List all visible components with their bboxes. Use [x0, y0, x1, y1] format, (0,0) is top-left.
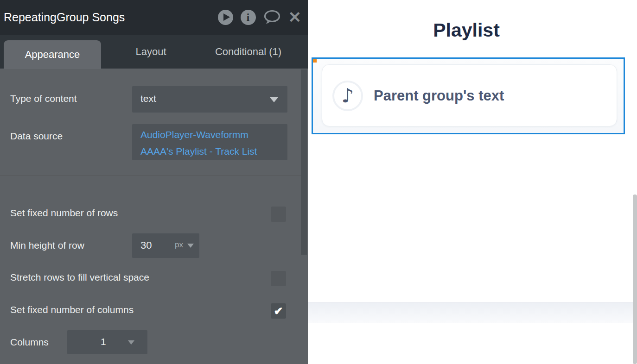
song-row-card[interactable]: ♪ Parent group's text — [322, 64, 617, 126]
panel-title: RepeatingGroup Songs — [4, 0, 125, 35]
stretch-rows-checkbox[interactable] — [271, 271, 286, 286]
panel-tabbar: Appearance Layout Conditional (1) — [0, 35, 308, 69]
data-source-line1: AudioPlayer-Waveformm — [140, 126, 287, 143]
data-source-line2: AAAA's Playlist - Track List — [140, 143, 287, 160]
min-height-label: Min height of row — [10, 240, 84, 251]
tab-conditional[interactable]: Conditional (1) — [201, 35, 296, 69]
set-fixed-columns-checkbox[interactable]: ✔ — [271, 303, 286, 319]
chevron-down-icon — [270, 97, 278, 102]
close-icon[interactable]: ✕ — [288, 10, 302, 25]
titlebar-icons: i ✕ — [218, 0, 302, 35]
check-icon: ✔ — [274, 305, 283, 317]
property-editor-panel: RepeatingGroup Songs i ✕ Appearance Layo… — [0, 0, 308, 364]
tab-layout[interactable]: Layout — [115, 35, 187, 69]
min-height-value: 30 — [140, 239, 152, 251]
page-section-band — [308, 302, 637, 323]
repeating-group-selection[interactable]: ♪ Parent group's text — [312, 57, 625, 134]
set-fixed-rows-label: Set fixed number of rows — [10, 207, 118, 219]
columns-label: Columns — [10, 337, 49, 348]
music-note-circle: ♪ — [332, 81, 363, 111]
type-of-content-dropdown[interactable]: text — [132, 86, 287, 113]
page-title: Playlist — [308, 19, 625, 41]
panel-scrollbar[interactable] — [301, 69, 307, 255]
type-of-content-label: Type of content — [10, 93, 77, 104]
set-fixed-columns-label: Set fixed number of columns — [10, 304, 134, 315]
columns-value: 1 — [101, 336, 106, 347]
columns-chevron-down-icon — [128, 340, 134, 345]
panel-titlebar: RepeatingGroup Songs i ✕ — [0, 0, 308, 35]
design-canvas: Playlist ♪ Parent group's text — [308, 0, 637, 364]
preview-play-icon[interactable] — [218, 10, 233, 25]
min-height-unit: px — [175, 240, 183, 250]
stretch-rows-label: Stretch rows to fill vertical space — [10, 272, 149, 283]
canvas-scrollbar[interactable] — [633, 195, 637, 364]
columns-dropdown[interactable]: 1 — [67, 330, 147, 354]
play-triangle-icon — [223, 13, 230, 21]
music-note-icon: ♪ — [342, 86, 354, 106]
unit-chevron-down-icon[interactable] — [187, 244, 194, 248]
min-height-input[interactable]: 30 px — [132, 233, 199, 258]
set-fixed-rows-checkbox[interactable] — [271, 207, 286, 222]
data-source-expression[interactable]: AudioPlayer-Waveformm AAAA's Playlist - … — [132, 124, 287, 160]
comment-icon[interactable] — [263, 10, 281, 25]
section-divider — [0, 175, 301, 176]
tab-appearance[interactable]: Appearance — [4, 40, 101, 69]
type-of-content-value: text — [140, 93, 156, 104]
bubble-editor: RepeatingGroup Songs i ✕ Appearance Layo… — [0, 0, 637, 364]
info-glyph: i — [241, 12, 256, 24]
song-row-text: Parent group's text — [374, 65, 504, 127]
selection-resize-handle[interactable] — [313, 59, 317, 63]
info-icon[interactable]: i — [241, 10, 256, 25]
data-source-label: Data source — [10, 131, 63, 142]
